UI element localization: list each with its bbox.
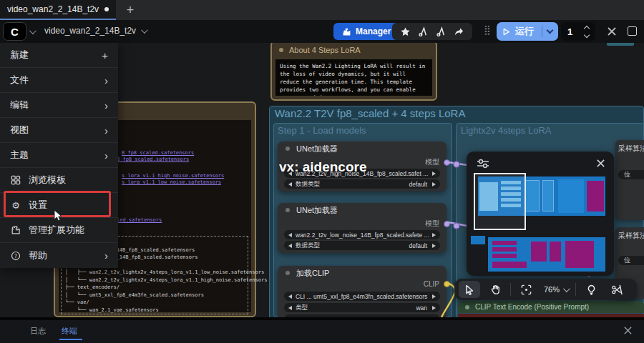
widget-weight-dtype[interactable]: 数据类型default	[284, 179, 440, 189]
menu-item-view[interactable]: 视图 ›	[0, 118, 118, 143]
node-title: CLIP Text Encode (Positive Prompt)	[475, 303, 589, 311]
node-header[interactable]: 加载CLIP	[278, 266, 447, 280]
node-collapse-dot[interactable]	[465, 305, 469, 309]
share-icon[interactable]	[454, 26, 464, 37]
menu-item-browse-templates[interactable]: 浏览模板	[0, 168, 118, 193]
queue-spinners[interactable]	[585, 26, 589, 37]
model-output-dot[interactable]	[444, 159, 450, 166]
select-tool-button[interactable]	[459, 281, 480, 298]
node-load-clip[interactable]: 加载CLIP CLIP CLI ... umt5_xxl_fp8_e4m3fn_…	[278, 266, 447, 317]
workflow-name-dropdown[interactable]: video_wan2_2_14B_t2v	[44, 26, 146, 36]
fit-view-button[interactable]	[515, 281, 537, 298]
active-tab-underline	[59, 339, 82, 340]
widget-weight-dtype[interactable]: 数据类型default	[284, 241, 440, 250]
node-collapse-dot[interactable]	[286, 271, 290, 275]
node-header[interactable]: UNet加载器	[278, 203, 447, 217]
cursor-icon	[464, 284, 474, 295]
spinner-up-icon[interactable]	[584, 25, 590, 31]
note-collapse-dot[interactable]	[279, 48, 283, 52]
run-chevron-down-icon[interactable]	[547, 27, 554, 34]
output-slot-model[interactable]: 模型	[425, 219, 450, 229]
widget-unet-name[interactable]: wan2.2_t2v_low_noise_14B_fp8_scaled.safe…	[284, 230, 440, 239]
workflow-tab[interactable]: video_wan2_2_14B_t2v	[0, 0, 116, 20]
node-sampler-fragment-1[interactable]: 采样算法 ( 位	[615, 140, 644, 220]
zoom-level-dropdown[interactable]: 76%	[541, 285, 571, 294]
note-header[interactable]: About 4 Steps LoRA	[272, 43, 436, 58]
node-title: UNet加载器	[296, 144, 338, 154]
queue-count-stepper[interactable]: 1	[561, 22, 595, 41]
next-arrow-icon[interactable]	[432, 294, 436, 299]
menu-item-theme[interactable]: 主题 ›	[0, 143, 118, 168]
run-button[interactable]: 运行	[497, 22, 558, 41]
menu-item-label: 视图	[10, 124, 29, 136]
node-clip-text-encode[interactable]: CLIP Text Encode (Positive Prompt)	[458, 301, 644, 313]
menu-item-edit[interactable]: 编辑 ›	[0, 93, 118, 118]
cleaner-icon-1[interactable]	[418, 26, 429, 37]
minimap-close-icon[interactable]	[596, 159, 605, 168]
comfyui-logo-button[interactable]: C	[3, 22, 26, 41]
puzzle-icon	[10, 225, 21, 235]
menu-item-help[interactable]: ? 帮助 ›	[0, 243, 118, 268]
model-link[interactable]: s_lora_v1.1_low_noise.safetensors	[122, 179, 221, 185]
prev-arrow-icon[interactable]	[288, 306, 292, 310]
lightbulb-icon	[587, 284, 596, 295]
next-arrow-icon[interactable]	[432, 244, 436, 248]
widget-clip-type[interactable]: 类型wan	[284, 303, 440, 312]
toggle-link-visibility-button[interactable]	[580, 281, 602, 298]
model-link[interactable]: B_fp8_scaled.safetensors	[122, 150, 194, 156]
prev-arrow-icon[interactable]	[288, 233, 292, 237]
menu-item-label: 管理扩展功能	[29, 224, 84, 237]
toolbar-divider	[510, 283, 511, 296]
manager-button[interactable]: Manager	[333, 23, 399, 40]
menu-item-file[interactable]: 文件 ›	[0, 68, 118, 93]
widget-fragment[interactable]: 位	[618, 170, 644, 179]
minimap-panel[interactable]	[467, 151, 614, 276]
model-link[interactable]: led.safetensors	[117, 217, 162, 223]
star-icon[interactable]	[400, 26, 411, 37]
prev-arrow-icon[interactable]	[288, 294, 292, 299]
panel-close-icon[interactable]	[623, 326, 633, 335]
toggle-links-button[interactable]	[606, 281, 628, 298]
model-output-dot[interactable]	[444, 221, 450, 227]
logo-chevron-down-icon[interactable]	[29, 27, 36, 34]
sliders-icon[interactable]	[477, 159, 489, 169]
queue-count-value: 1	[567, 26, 572, 37]
drag-handle-icon[interactable]: ⣿	[484, 24, 492, 35]
cleaner-icon-2[interactable]	[436, 26, 447, 37]
node-header[interactable]: UNet加载器	[278, 141, 447, 156]
tab-logs[interactable]: 日志	[30, 326, 46, 337]
widget-fragment[interactable]: 位	[618, 256, 644, 265]
model-link[interactable]: 8_fp8_scaled.safetensors	[117, 156, 189, 162]
minimap-viewport[interactable]	[474, 173, 526, 230]
canvas-group-fragment	[607, 43, 634, 46]
clip-output-dot[interactable]	[444, 281, 450, 287]
menu-item-label: 编辑	[10, 99, 29, 111]
interrupt-close-icon[interactable]	[605, 24, 619, 39]
group-title-step1: Step 1 - Load models	[278, 125, 366, 136]
next-arrow-icon[interactable]	[432, 182, 436, 187]
next-arrow-icon[interactable]	[432, 306, 436, 310]
menu-item-label: 帮助	[29, 249, 47, 262]
new-workflow-tab-button[interactable]: +	[120, 0, 140, 20]
prev-arrow-icon[interactable]	[288, 244, 292, 248]
watermark-text: vx: aidencore	[279, 159, 367, 175]
node-collapse-dot[interactable]	[286, 208, 290, 212]
pan-tool-button[interactable]	[484, 281, 506, 298]
next-arrow-icon[interactable]	[432, 233, 436, 237]
menu-item-new[interactable]: 新建 +	[0, 43, 118, 68]
model-link[interactable]: s_lora_v1.1_high_noise.safetensors	[122, 173, 224, 179]
prev-arrow-icon[interactable]	[288, 182, 292, 187]
spinner-down-icon[interactable]	[584, 31, 590, 37]
maximize-icon[interactable]	[628, 26, 637, 36]
output-slot-model[interactable]: 模型	[425, 157, 450, 167]
next-arrow-icon[interactable]	[432, 172, 436, 176]
main-menu-dropdown: 新建 + 文件 › 编辑 › 视图 › 主题 › 浏览模板 ⚙ 设置	[0, 43, 118, 268]
node-collapse-dot[interactable]	[286, 146, 290, 151]
node-unet-loader-2[interactable]: UNet加载器 模型 wan2.2_t2v_low_noise_14B_fp8_…	[278, 203, 447, 253]
tab-terminal[interactable]: 终端	[62, 326, 77, 337]
widget-clip-name[interactable]: CLI ... umt5_xxl_fp8_e4m3fn_scaled.safet…	[284, 292, 440, 301]
output-slot-clip[interactable]: CLIP	[424, 280, 450, 288]
chevron-right-icon: ›	[104, 74, 108, 86]
unsaved-dot-icon	[104, 7, 109, 11]
note-about-4steps-lora[interactable]: About 4 Steps LoRA Using the Wan2.2 Ligh…	[270, 43, 437, 101]
